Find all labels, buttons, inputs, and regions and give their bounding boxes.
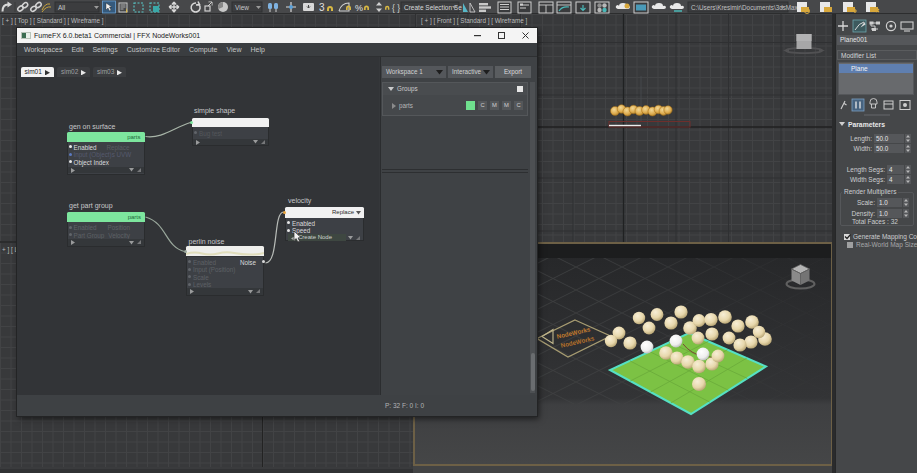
svg-text:3: 3	[319, 2, 325, 13]
svg-text:%: %	[355, 3, 363, 13]
svg-text:All: All	[58, 4, 66, 11]
svg-text:View: View	[235, 4, 249, 11]
svg-text:{ }: { }	[392, 3, 400, 13]
